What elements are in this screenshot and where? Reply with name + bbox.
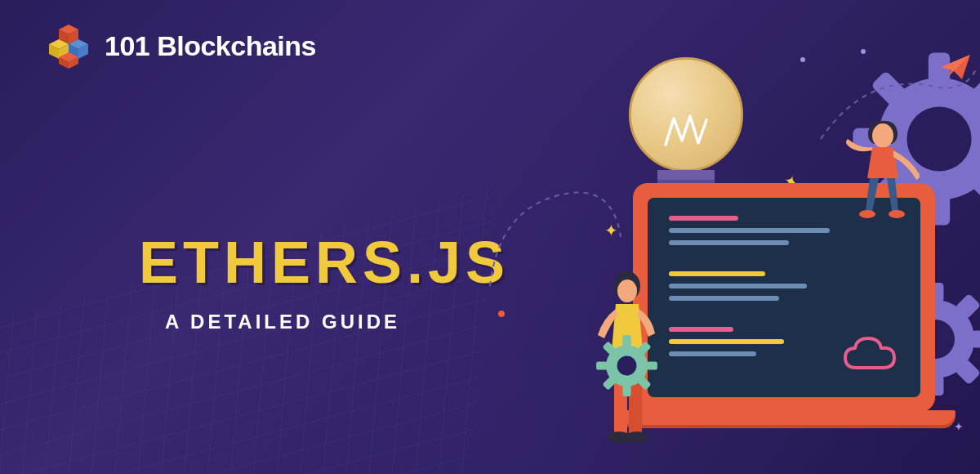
svg-rect-30 — [622, 335, 630, 347]
logo-cubes-icon — [47, 23, 93, 69]
svg-rect-14 — [972, 331, 980, 348]
star-icon: ✦ — [954, 420, 964, 433]
svg-point-38 — [617, 356, 637, 376]
decorative-dot — [861, 49, 866, 54]
decorative-dot — [800, 57, 805, 62]
svg-point-22 — [889, 210, 905, 218]
cloud-icon — [840, 333, 899, 374]
svg-point-24 — [617, 279, 637, 302]
person-standing-illustration — [572, 270, 678, 458]
brand-logo-container: 101 Blockchains — [47, 23, 316, 69]
svg-point-28 — [626, 432, 648, 443]
svg-rect-31 — [622, 385, 630, 396]
star-icon: ✦ — [604, 221, 618, 240]
decorative-dot — [498, 311, 505, 317]
hero-title: ETHERS.JS — [139, 229, 510, 296]
held-gear-icon — [592, 331, 662, 400]
person-sitting-illustration — [841, 114, 939, 237]
svg-rect-32 — [596, 361, 608, 369]
hero-subtitle: A DETAILED GUIDE — [165, 311, 400, 333]
svg-point-20 — [872, 123, 893, 148]
svg-point-21 — [859, 210, 875, 218]
hero-illustration: ✦ ✦ ✦ — [474, 0, 980, 474]
logo-text: 101 Blockchains — [105, 30, 316, 62]
svg-rect-33 — [646, 361, 657, 369]
